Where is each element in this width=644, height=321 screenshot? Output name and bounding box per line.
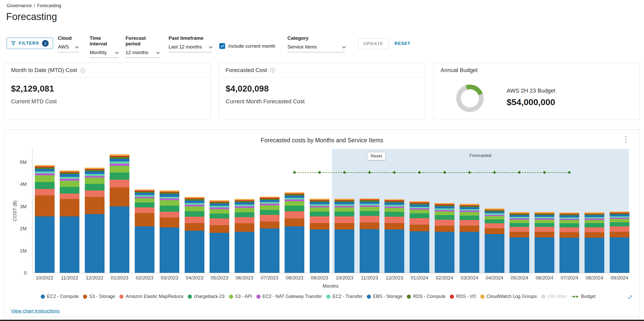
bar-column[interactable] xyxy=(535,212,554,273)
bar-segment[interactable] xyxy=(485,212,504,214)
bar-segment[interactable] xyxy=(210,209,229,214)
bar-segment[interactable] xyxy=(235,223,254,232)
bar-segment[interactable] xyxy=(535,220,554,223)
bar-segment[interactable] xyxy=(610,232,629,237)
bar-segment[interactable] xyxy=(585,215,604,217)
bar-segment[interactable] xyxy=(585,238,604,273)
bar-segment[interactable] xyxy=(410,205,429,207)
legend-item[interactable]: CloudWatch Log Groups xyxy=(480,294,537,299)
bar-segment[interactable] xyxy=(510,223,529,227)
bar-segment[interactable] xyxy=(260,222,279,229)
bar-segment[interactable] xyxy=(285,206,304,211)
bar-segment[interactable] xyxy=(135,193,154,195)
bar-segment[interactable] xyxy=(35,172,55,173)
bar-segment[interactable] xyxy=(435,206,454,209)
bar-column[interactable] xyxy=(285,192,304,273)
bar-segment[interactable] xyxy=(60,174,79,177)
bar-segment[interactable] xyxy=(235,232,254,273)
bar-segment[interactable] xyxy=(610,226,629,232)
bar-column[interactable] xyxy=(110,154,129,273)
bar-column[interactable] xyxy=(559,213,579,273)
bar-segment[interactable] xyxy=(360,216,379,223)
bar-segment[interactable] xyxy=(60,216,79,273)
bar-segment[interactable] xyxy=(35,169,55,172)
bar-segment[interactable] xyxy=(610,219,629,222)
bar-segment[interactable] xyxy=(435,212,454,215)
bar-column[interactable] xyxy=(610,212,629,273)
bar-segment[interactable] xyxy=(460,232,479,273)
bar-segment[interactable] xyxy=(559,238,579,273)
bar-segment[interactable] xyxy=(110,206,129,273)
bar-segment[interactable] xyxy=(260,215,279,222)
bar-segment[interactable] xyxy=(559,220,579,223)
bar-segment[interactable] xyxy=(285,199,304,201)
bar-segment[interactable] xyxy=(559,223,579,227)
bar-segment[interactable] xyxy=(210,233,229,273)
bar-column[interactable] xyxy=(435,203,454,273)
bar-segment[interactable] xyxy=(235,202,254,205)
bar-segment[interactable] xyxy=(85,171,105,174)
bar-segment[interactable] xyxy=(460,216,479,220)
bar-segment[interactable] xyxy=(285,196,304,198)
info-icon[interactable]: ⓘ xyxy=(270,68,275,73)
bar-segment[interactable] xyxy=(460,220,479,226)
bar-column[interactable] xyxy=(260,197,279,273)
bar-segment[interactable] xyxy=(435,215,454,219)
bar-segment[interactable] xyxy=(60,199,79,216)
filter-category-select[interactable]: Service Items xyxy=(287,44,345,52)
filter-past-timeframe-select[interactable]: Last 12 months xyxy=(169,44,212,52)
bar-segment[interactable] xyxy=(85,174,105,176)
bar-segment[interactable] xyxy=(559,215,579,217)
filters-button[interactable]: FILTERS 2 xyxy=(7,38,53,49)
bar-segment[interactable] xyxy=(185,205,204,206)
bar-segment[interactable] xyxy=(185,231,204,273)
bar-segment[interactable] xyxy=(310,223,329,230)
bar-column[interactable] xyxy=(85,168,105,273)
bar-segment[interactable] xyxy=(110,162,129,164)
bar-segment[interactable] xyxy=(285,218,304,226)
bar-segment[interactable] xyxy=(85,184,105,190)
bar-segment[interactable] xyxy=(185,211,204,217)
bar-column[interactable] xyxy=(185,197,204,273)
bar-segment[interactable] xyxy=(360,202,379,204)
bar-column[interactable] xyxy=(510,212,529,273)
bar-column[interactable] xyxy=(410,201,429,273)
legend-item[interactable]: EBS - Storage xyxy=(367,294,402,299)
bar-segment[interactable] xyxy=(135,198,154,203)
legend-item[interactable]: chargeback-23 xyxy=(188,294,224,299)
bar-segment[interactable] xyxy=(535,215,554,217)
bar-segment[interactable] xyxy=(110,159,129,162)
bar-column[interactable] xyxy=(485,208,504,273)
bar-segment[interactable] xyxy=(210,225,229,233)
bar-segment[interactable] xyxy=(210,207,229,209)
bar-segment[interactable] xyxy=(410,231,429,273)
legend-item[interactable]: EC2 - NAT Gateway Transfer xyxy=(256,294,322,299)
bar-segment[interactable] xyxy=(510,220,529,223)
bar-segment[interactable] xyxy=(185,223,204,231)
bar-segment[interactable] xyxy=(585,223,604,227)
bar-segment[interactable] xyxy=(60,187,79,194)
legend-item[interactable]: Amazon Elastic MapReduce xyxy=(119,294,183,299)
bar-segment[interactable] xyxy=(210,204,229,206)
bar-segment[interactable] xyxy=(35,182,55,189)
bar-segment[interactable] xyxy=(535,237,554,273)
bar-segment[interactable] xyxy=(135,203,154,207)
bar-segment[interactable] xyxy=(360,229,379,273)
bar-segment[interactable] xyxy=(35,189,55,195)
bar-segment[interactable] xyxy=(460,207,479,209)
view-chart-instructions-link[interactable]: View chart instructions xyxy=(11,308,60,314)
update-button[interactable]: UPDATE xyxy=(358,38,389,49)
bar-segment[interactable] xyxy=(135,207,154,213)
bar-segment[interactable] xyxy=(110,166,129,173)
bar-segment[interactable] xyxy=(435,226,454,232)
bar-segment[interactable] xyxy=(510,227,529,232)
bar-segment[interactable] xyxy=(260,204,279,205)
legend-item[interactable]: Budget xyxy=(571,294,596,299)
bar-segment[interactable] xyxy=(60,179,79,181)
bar-segment[interactable] xyxy=(535,223,554,227)
bar-segment[interactable] xyxy=(485,234,504,273)
bar-segment[interactable] xyxy=(435,232,454,273)
bar-segment[interactable] xyxy=(160,206,179,212)
bar-column[interactable] xyxy=(310,199,329,273)
bar-segment[interactable] xyxy=(85,214,105,273)
